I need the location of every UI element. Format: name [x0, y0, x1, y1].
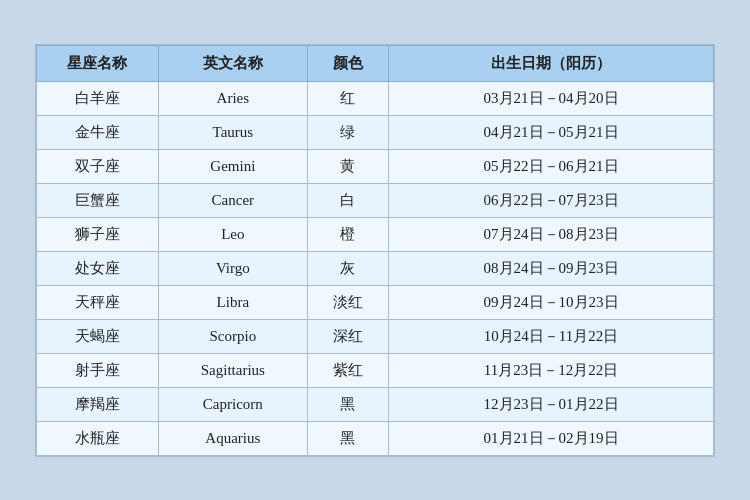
- zodiac-table-container: 星座名称 英文名称 颜色 出生日期（阳历） 白羊座Aries红03月21日－04…: [35, 44, 715, 457]
- header-english-name: 英文名称: [158, 45, 307, 81]
- header-date: 出生日期（阳历）: [389, 45, 714, 81]
- cell-english-name: Gemini: [158, 149, 307, 183]
- table-header-row: 星座名称 英文名称 颜色 出生日期（阳历）: [37, 45, 714, 81]
- cell-date: 06月22日－07月23日: [389, 183, 714, 217]
- cell-chinese-name: 金牛座: [37, 115, 159, 149]
- cell-date: 08月24日－09月23日: [389, 251, 714, 285]
- table-row: 狮子座Leo橙07月24日－08月23日: [37, 217, 714, 251]
- cell-english-name: Cancer: [158, 183, 307, 217]
- table-row: 处女座Virgo灰08月24日－09月23日: [37, 251, 714, 285]
- cell-english-name: Scorpio: [158, 319, 307, 353]
- table-row: 双子座Gemini黄05月22日－06月21日: [37, 149, 714, 183]
- table-row: 金牛座Taurus绿04月21日－05月21日: [37, 115, 714, 149]
- cell-color: 深红: [307, 319, 388, 353]
- cell-english-name: Aquarius: [158, 421, 307, 455]
- cell-color: 紫红: [307, 353, 388, 387]
- table-row: 天蝎座Scorpio深红10月24日－11月22日: [37, 319, 714, 353]
- cell-chinese-name: 天秤座: [37, 285, 159, 319]
- cell-english-name: Virgo: [158, 251, 307, 285]
- cell-english-name: Capricorn: [158, 387, 307, 421]
- cell-date: 01月21日－02月19日: [389, 421, 714, 455]
- cell-color: 淡红: [307, 285, 388, 319]
- table-row: 水瓶座Aquarius黑01月21日－02月19日: [37, 421, 714, 455]
- table-row: 白羊座Aries红03月21日－04月20日: [37, 81, 714, 115]
- cell-color: 橙: [307, 217, 388, 251]
- cell-date: 12月23日－01月22日: [389, 387, 714, 421]
- cell-color: 黑: [307, 421, 388, 455]
- cell-chinese-name: 巨蟹座: [37, 183, 159, 217]
- cell-color: 绿: [307, 115, 388, 149]
- cell-chinese-name: 白羊座: [37, 81, 159, 115]
- cell-date: 07月24日－08月23日: [389, 217, 714, 251]
- cell-english-name: Sagittarius: [158, 353, 307, 387]
- cell-date: 10月24日－11月22日: [389, 319, 714, 353]
- cell-chinese-name: 双子座: [37, 149, 159, 183]
- cell-english-name: Leo: [158, 217, 307, 251]
- cell-chinese-name: 水瓶座: [37, 421, 159, 455]
- cell-chinese-name: 射手座: [37, 353, 159, 387]
- cell-chinese-name: 天蝎座: [37, 319, 159, 353]
- header-color: 颜色: [307, 45, 388, 81]
- cell-date: 05月22日－06月21日: [389, 149, 714, 183]
- cell-color: 黄: [307, 149, 388, 183]
- cell-color: 灰: [307, 251, 388, 285]
- header-chinese-name: 星座名称: [37, 45, 159, 81]
- cell-english-name: Libra: [158, 285, 307, 319]
- cell-color: 白: [307, 183, 388, 217]
- cell-date: 11月23日－12月22日: [389, 353, 714, 387]
- cell-chinese-name: 处女座: [37, 251, 159, 285]
- cell-color: 红: [307, 81, 388, 115]
- cell-chinese-name: 狮子座: [37, 217, 159, 251]
- cell-date: 04月21日－05月21日: [389, 115, 714, 149]
- table-row: 摩羯座Capricorn黑12月23日－01月22日: [37, 387, 714, 421]
- cell-color: 黑: [307, 387, 388, 421]
- cell-date: 03月21日－04月20日: [389, 81, 714, 115]
- table-row: 巨蟹座Cancer白06月22日－07月23日: [37, 183, 714, 217]
- table-row: 天秤座Libra淡红09月24日－10月23日: [37, 285, 714, 319]
- cell-chinese-name: 摩羯座: [37, 387, 159, 421]
- cell-date: 09月24日－10月23日: [389, 285, 714, 319]
- cell-english-name: Aries: [158, 81, 307, 115]
- zodiac-table: 星座名称 英文名称 颜色 出生日期（阳历） 白羊座Aries红03月21日－04…: [36, 45, 714, 456]
- cell-english-name: Taurus: [158, 115, 307, 149]
- table-row: 射手座Sagittarius紫红11月23日－12月22日: [37, 353, 714, 387]
